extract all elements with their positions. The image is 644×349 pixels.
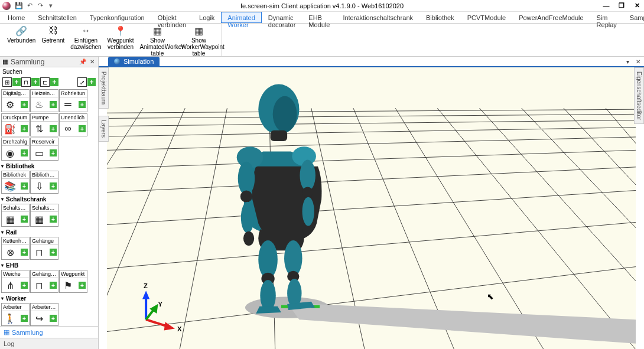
- palette-item-heizeinhei[interactable]: Heizeinhei♨+: [30, 89, 58, 112]
- add-button[interactable]: +: [31, 78, 40, 86]
- menu-schnittstellen[interactable]: Schnittstellen: [31, 12, 83, 23]
- palette-item-reservoir[interactable]: Reservoir▭+: [30, 138, 58, 161]
- minimize-button[interactable]: —: [601, 1, 611, 11]
- unlink-icon: ⛓: [47, 25, 59, 37]
- add-item-button[interactable]: +: [79, 101, 86, 108]
- item-icon: ◉: [2, 146, 18, 160]
- add-item-button[interactable]: +: [21, 101, 28, 108]
- add-item-button[interactable]: +: [21, 249, 28, 256]
- palette-item-bibliothek s[interactable]: Bibliothek S⇩+: [30, 171, 58, 194]
- doc-dropdown-icon[interactable]: ▾: [624, 58, 631, 65]
- side-tab-layers[interactable]: Layers: [99, 116, 109, 142]
- palette-item-gehänge e[interactable]: Gehänge E⊓+: [30, 270, 58, 293]
- palette-item-druckpum[interactable]: Druckpum⛽+: [1, 113, 30, 136]
- menu-interaktionschaltschrank[interactable]: Interaktionschaltschrank: [336, 12, 419, 23]
- menu-animated-worker[interactable]: Animated Worker: [221, 12, 261, 23]
- add-button[interactable]: +: [12, 78, 21, 86]
- svg-point-35: [243, 231, 254, 246]
- doc-tab-simulation[interactable]: Simulation: [108, 57, 160, 66]
- ribbon-verbunden[interactable]: 🔗Verbunden: [5, 24, 38, 58]
- palette-item-wegpunkt[interactable]: Wegpunkt⚑+: [59, 270, 87, 293]
- ribbon-show[interactable]: ▦Show AnimatedWorkertable: [137, 24, 177, 58]
- 3d-viewport[interactable]: Z X Y ⬉: [107, 67, 636, 349]
- item-icon: ⋔: [2, 278, 18, 292]
- tab-log[interactable]: Log: [0, 338, 98, 349]
- qat-dropdown-icon[interactable]: ▾: [47, 2, 54, 9]
- maximize-button[interactable]: ❐: [617, 1, 626, 11]
- add-item-button[interactable]: +: [50, 125, 57, 132]
- ribbon-getrennt[interactable]: ⛓Getrennt: [39, 24, 67, 58]
- palette-item-pumpe[interactable]: Pumpe⇅+: [30, 113, 58, 136]
- toolbox-icon-3[interactable]: ⊏: [40, 77, 50, 87]
- palette-item-schaltschra[interactable]: Schaltschra▦+: [30, 204, 58, 227]
- palette-item-rohrleitun[interactable]: Rohrleitun═+: [59, 89, 87, 112]
- add-item-button[interactable]: +: [50, 249, 57, 256]
- ribbon-show[interactable]: ▦Show WorkerWaypointtable: [178, 24, 219, 58]
- palette-item-gehänge[interactable]: Gehänge⊓+: [30, 237, 58, 260]
- menu-home[interactable]: Home: [1, 12, 31, 23]
- palette-item-weiche[interactable]: Weiche⋔+: [1, 270, 30, 293]
- palette-item-schaltschr[interactable]: Schaltschr▦+: [1, 204, 30, 227]
- window-title: fe.screen-sim Client application v4.1.9.…: [240, 2, 404, 9]
- palette-item-drehzahlg[interactable]: Drehzahlg◉+: [1, 138, 30, 161]
- add-item-button[interactable]: +: [21, 149, 28, 156]
- menu-sim-replay[interactable]: Sim Replay: [590, 12, 623, 23]
- toolbox-icon-2[interactable]: ⊓: [21, 77, 31, 87]
- category-schaltschrank[interactable]: Schaltschrank: [1, 195, 97, 204]
- add-item-button[interactable]: +: [50, 282, 57, 289]
- undo-icon[interactable]: ↶: [26, 2, 33, 9]
- tab-sammlung[interactable]: ▦Sammlung: [0, 327, 98, 338]
- add-item-button[interactable]: +: [50, 101, 57, 108]
- palette-item-arbeiter[interactable]: Arbeiter🚶+: [1, 303, 30, 326]
- palette-item-kettenhaki[interactable]: Kettenhaki⊗+: [1, 237, 30, 260]
- menu-powerandfreemodule[interactable]: PowerAndFreeModule: [512, 12, 590, 23]
- menu-typenkonfiguration[interactable]: Typenkonfiguration: [83, 12, 151, 23]
- palette-item-bibliothek[interactable]: Bibliothek📚+: [1, 171, 30, 194]
- palette-item-unendlich[interactable]: Unendlich∞+: [59, 113, 87, 136]
- menu-dynamic-decorator[interactable]: Dynamic decorator: [262, 12, 302, 23]
- add-item-button[interactable]: +: [21, 315, 28, 322]
- item-icon: ⛽: [2, 122, 18, 136]
- ribbon-wegpunkt[interactable]: 📍Wegpunktverbinden: [105, 24, 136, 58]
- side-tab-projektbaum[interactable]: Projektbaum: [99, 67, 109, 109]
- add-item-button[interactable]: +: [50, 315, 57, 322]
- menu-sampleplugin[interactable]: SamplePlugin: [623, 12, 644, 23]
- category-worker[interactable]: Worker: [1, 294, 97, 303]
- add-item-button[interactable]: +: [21, 216, 28, 223]
- add-item-button[interactable]: +: [79, 125, 86, 132]
- panel-pin-icon[interactable]: 📌: [79, 58, 86, 66]
- close-button[interactable]: ✕: [632, 1, 642, 11]
- add-item-button[interactable]: +: [21, 125, 28, 132]
- category-ehb[interactable]: EHB: [1, 261, 97, 270]
- category-rail[interactable]: Rail: [1, 228, 97, 237]
- waypoint-connect-icon: 📍: [115, 25, 126, 37]
- item-icon: ⊗: [2, 245, 18, 259]
- side-tab-eigenschaftseditor[interactable]: Eigenschaftseditor: [634, 67, 644, 124]
- doc-close-icon[interactable]: ✕: [635, 58, 642, 65]
- panel-close-icon[interactable]: ✕: [89, 58, 96, 66]
- category-bibliothek[interactable]: Bibliothek: [1, 162, 97, 171]
- add-item-button[interactable]: +: [50, 182, 57, 190]
- item-icon: ⇩: [31, 179, 47, 193]
- add-item-button[interactable]: +: [21, 182, 28, 190]
- add-item-button[interactable]: +: [21, 282, 28, 289]
- add-item-button[interactable]: +: [50, 216, 57, 223]
- add-button[interactable]: +: [87, 78, 96, 86]
- svg-point-30: [273, 96, 297, 132]
- toolbox-icon-1[interactable]: ⊞: [2, 77, 12, 87]
- menu-bibliothek[interactable]: Bibliothek: [419, 12, 461, 23]
- menu-objekt-verbinden[interactable]: Objekt verbinden: [151, 12, 193, 23]
- menu-ehb-module[interactable]: EHB Module: [302, 12, 336, 23]
- add-button[interactable]: +: [50, 78, 58, 86]
- redo-icon[interactable]: ↷: [37, 2, 44, 9]
- add-item-button[interactable]: +: [50, 149, 57, 156]
- save-icon[interactable]: 💾: [15, 2, 22, 9]
- menu-logik[interactable]: Logik: [193, 12, 221, 23]
- palette-item-digitalgest[interactable]: Digitalgest⚙+: [1, 89, 30, 112]
- add-item-button[interactable]: +: [79, 282, 86, 289]
- menu-pcvtmodule[interactable]: PCVTModule: [461, 12, 512, 23]
- ribbon-einfügen[interactable]: ↔Einfügendazwischen: [68, 24, 103, 58]
- palette-item-arbeiter w[interactable]: Arbeiter W↪+: [30, 303, 58, 326]
- svg-point-34: [241, 202, 254, 233]
- expand-icon[interactable]: ⤢: [77, 77, 87, 87]
